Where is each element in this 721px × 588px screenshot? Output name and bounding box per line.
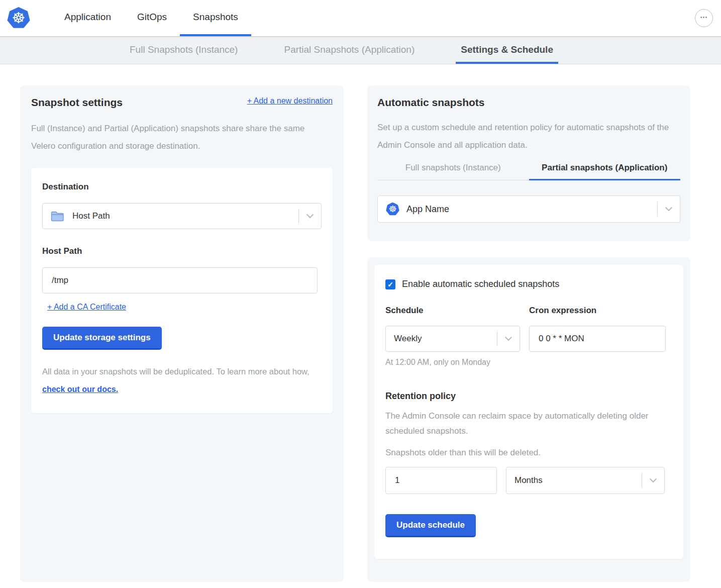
tab-full-snapshots-auto[interactable]: Full snapshots (Instance) (377, 163, 529, 180)
update-schedule-button[interactable]: Update schedule (385, 514, 476, 537)
cron-expression-input[interactable] (529, 326, 666, 352)
dedup-footer-text: All data in your snapshots will be dedup… (42, 363, 324, 398)
enable-snapshots-checkbox[interactable]: ✓ (385, 279, 395, 289)
destination-selected-value: Host Path (72, 211, 110, 221)
schedule-interval-select[interactable]: Weekly (385, 326, 520, 352)
schedule-panel: ✓ Enable automatic scheduled snapshots S… (374, 265, 683, 559)
dedup-footer-sentence: All data in your snapshots will be dedup… (42, 367, 310, 376)
chevron-down-icon[interactable] (642, 478, 664, 483)
snapshots-subnav: Full Snapshots (Instance) Partial Snapsh… (0, 37, 721, 64)
top-navigation: Application GitOps Snapshots (51, 0, 251, 36)
header-right: ••• (695, 0, 721, 36)
add-ca-certificate-link[interactable]: + Add a CA Certificate (47, 303, 126, 311)
destination-select[interactable]: Host Path (42, 203, 322, 229)
main-content: Snapshot settings + Add a new destinatio… (0, 64, 721, 588)
host-path-label: Host Path (42, 246, 322, 256)
tab-partial-snapshots-auto[interactable]: Partial snapshots (Application) (529, 163, 681, 180)
app-header: ☸ Application GitOps Snapshots ••• (0, 0, 721, 37)
retention-unit-value: Months (514, 475, 543, 485)
enable-snapshots-label: Enable automatic scheduled snapshots (402, 279, 559, 289)
chevron-down-icon[interactable] (497, 336, 520, 341)
snapshot-settings-title: Snapshot settings (31, 96, 123, 109)
retention-policy-title: Retention policy (385, 391, 672, 402)
kubernetes-logo-icon: ☸ (7, 7, 30, 29)
cron-readable-hint: At 12:00 AM, only on Monday (385, 358, 520, 367)
tab-settings-schedule[interactable]: Settings & Schedule (456, 37, 558, 64)
retention-unit-select[interactable]: Months (506, 467, 665, 494)
app-select-value: App Name (406, 204, 449, 215)
schedule-interval-value: Weekly (394, 334, 422, 344)
app-select[interactable]: ☸ App Name (377, 195, 680, 223)
nav-item-application[interactable]: Application (51, 0, 124, 36)
snapshot-settings-description: Full (Instance) and Partial (Application… (31, 120, 329, 155)
folder-icon (51, 211, 64, 222)
snapshot-settings-card: Snapshot settings + Add a new destinatio… (20, 85, 344, 582)
nav-item-snapshots[interactable]: Snapshots (180, 0, 251, 36)
schedule-card: ✓ Enable automatic scheduled snapshots S… (367, 257, 690, 582)
app-logo-icon: ☸ (386, 203, 399, 216)
cron-expression-label: Cron expression (529, 306, 666, 316)
add-new-destination-link[interactable]: + Add a new destination (247, 96, 333, 106)
overflow-menu-button[interactable]: ••• (695, 9, 713, 27)
host-path-input[interactable] (42, 267, 318, 293)
tab-full-snapshots-instance[interactable]: Full Snapshots (Instance) (125, 37, 243, 64)
storage-settings-panel: Destination Host Path Host Path + Add a … (31, 168, 333, 413)
retention-count-input[interactable] (385, 467, 497, 494)
tab-partial-snapshots-application[interactable]: Partial Snapshots (Application) (279, 37, 420, 64)
update-storage-settings-button[interactable]: Update storage settings (42, 327, 162, 350)
automatic-snapshots-description: Set up a custom schedule and retention p… (377, 119, 674, 154)
retention-policy-description: The Admin Console can reclaim space by a… (385, 409, 649, 439)
retention-delete-hint: Snapshots older than this will be delete… (385, 448, 672, 458)
right-column: Automatic snapshots Set up a custom sche… (367, 85, 690, 582)
nav-item-gitops[interactable]: GitOps (124, 0, 180, 36)
automatic-snapshots-card: Automatic snapshots Set up a custom sche… (367, 85, 690, 241)
automatic-snapshots-title: Automatic snapshots (377, 96, 680, 109)
automatic-snapshots-tabs: Full snapshots (Instance) Partial snapsh… (377, 163, 680, 180)
chevron-down-icon[interactable] (658, 207, 680, 212)
logo-container[interactable]: ☸ (0, 0, 37, 36)
checkmark-icon: ✓ (385, 279, 395, 289)
destination-label: Destination (42, 182, 322, 192)
chevron-down-icon[interactable] (299, 214, 321, 219)
schedule-label: Schedule (385, 306, 520, 316)
docs-link[interactable]: check out our docs. (42, 385, 118, 394)
enable-snapshots-checkbox-row[interactable]: ✓ Enable automatic scheduled snapshots (385, 279, 672, 289)
